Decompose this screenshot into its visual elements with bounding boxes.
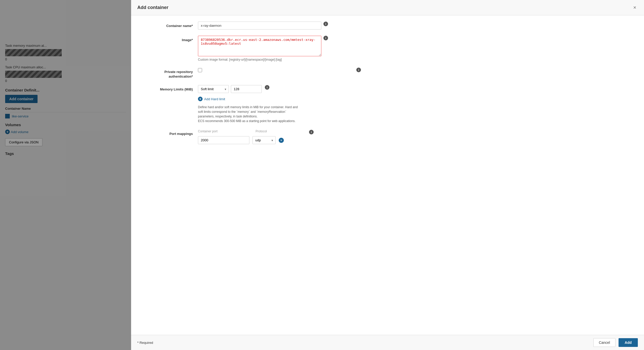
memory-limits-field-wrap: Soft limit Hard limit ▼ i + Add Hard lim… [198,85,629,123]
remove-port-button[interactable]: × [279,138,284,143]
memory-desc-line3: parameters, respectively, in task defini… [198,115,258,118]
remove-port-icon: × [279,138,284,143]
port-mappings-label: Port mappings [147,130,198,136]
memory-controls-wrap: Soft limit Hard limit ▼ i [198,85,629,93]
port-mapping-item: tcp udp ▼ × [198,136,629,144]
port-header-row: Container port Protocol i [198,130,629,135]
port-mappings-row: Port mappings Container port Protocol i … [147,130,629,144]
private-repo-checkbox[interactable] [198,68,202,72]
image-row: Image* 873896820536.dkr.ecr.us-east-2.am… [147,36,629,61]
memory-value-input[interactable] [231,85,262,93]
port-mappings-field-wrap: Container port Protocol i tcp udp ▼ [198,130,629,144]
private-repo-label: Private repository authentication* [147,68,198,79]
private-repo-field-wrap: i [198,68,361,72]
image-hint: Custom image format: [registry-url]/[nam… [198,58,629,61]
image-info-icon[interactable]: i [323,36,328,40]
modal-footer: * Required Cancel Add [131,335,644,350]
image-textarea-wrap: 873896820536.dkr.ecr.us-east-2.amazonaws… [198,36,629,56]
image-input[interactable]: 873896820536.dkr.ecr.us-east-2.amazonaws… [198,36,321,56]
container-name-info-icon[interactable]: i [323,22,328,26]
modal-header: Add container × [131,0,644,15]
add-button[interactable]: Add [619,338,638,347]
memory-description: Define hard and/or soft memory limits in… [198,105,321,123]
modal-body: Container name* i Image* 873896820536.dk… [131,15,644,335]
memory-limits-label: Memory Limits (MiB) [147,85,198,92]
container-port-input[interactable] [198,136,249,144]
protocol-header: Protocol [256,130,307,133]
memory-type-select-wrap: Soft limit Hard limit ▼ [198,85,229,93]
private-repo-info-icon[interactable]: i [356,68,361,72]
private-repo-row: Private repository authentication* i [147,68,629,79]
port-column-headers: Container port Protocol [198,130,307,133]
memory-desc-line1: Define hard and/or soft memory limits in… [198,105,298,109]
add-hard-limit-plus-icon: + [198,97,203,101]
protocol-select-wrap: tcp udp ▼ [252,136,276,144]
image-field-wrap: 873896820536.dkr.ecr.us-east-2.amazonaws… [198,36,629,61]
footer-buttons: Cancel Add [593,338,638,347]
modal-close-button[interactable]: × [632,4,638,11]
container-name-label: Container name* [147,22,198,28]
add-hard-limit-label: Add Hard limit [204,97,225,101]
memory-desc-line4: ECS recommends 300-500 MiB as a starting… [198,119,296,123]
memory-info-icon[interactable]: i [265,85,269,90]
memory-type-select[interactable]: Soft limit Hard limit [198,85,229,93]
modal-title: Add container [137,5,168,10]
add-container-modal: Add container × Container name* i Image*… [131,0,644,350]
port-info-icon[interactable]: i [309,130,314,134]
cancel-button[interactable]: Cancel [593,338,615,347]
container-port-header: Container port [198,130,249,133]
memory-desc-line2: soft limits correspond to the `memory` a… [198,110,286,114]
container-name-input[interactable] [198,22,321,30]
container-name-field-wrap: i [198,22,328,30]
memory-row: Soft limit Hard limit ▼ [198,85,262,93]
required-note: * Required [137,341,153,345]
container-name-row: Container name* i [147,22,629,30]
image-label: Image* [147,36,198,42]
add-hard-limit-link[interactable]: + Add Hard limit [198,97,629,101]
protocol-select[interactable]: tcp udp [252,136,276,144]
memory-limits-row: Memory Limits (MiB) Soft limit Hard limi… [147,85,629,123]
